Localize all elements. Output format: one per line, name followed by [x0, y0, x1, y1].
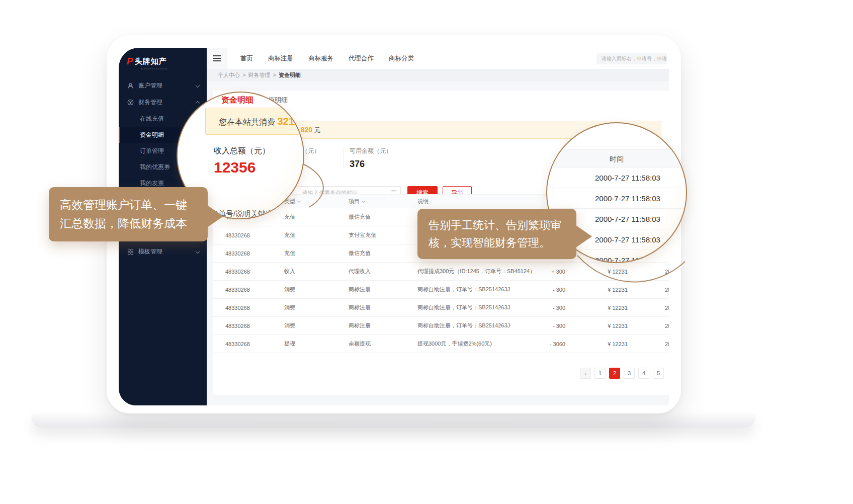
- nav-item-home[interactable]: 首页: [240, 54, 253, 63]
- brand-logo-icon: P: [127, 56, 133, 67]
- sidebar-subitem-label: 资金明细: [140, 131, 164, 139]
- page: P 头牌知产 账户管理 财务管理 在线充值 资金明细 订单管理 我的优惠券: [0, 0, 853, 504]
- stat-value: 376: [350, 159, 392, 170]
- cell-time: 2000-7-27 11:58:03: [628, 305, 669, 311]
- col-desc: 说明: [417, 198, 538, 205]
- cell-project: 支付宝充值: [349, 231, 417, 239]
- table-row[interactable]: 48330268消费商标注册商标自助注册，订单号：SB2514263J- 300…: [213, 281, 669, 299]
- pagination: ‹ 1 2 3 4 5: [580, 368, 664, 379]
- search-input[interactable]: [596, 53, 667, 64]
- col-project[interactable]: 项目: [349, 198, 417, 205]
- sidebar-item-account[interactable]: 账户管理: [119, 77, 207, 94]
- pagination-page-2-active[interactable]: 2: [609, 368, 620, 379]
- sort-caret-icon: [362, 199, 365, 202]
- callout-right: 告别手工统计、告别繁琐审核，实现智能财务管理。: [417, 209, 576, 259]
- pagination-prev-icon[interactable]: ‹: [580, 368, 591, 379]
- sidebar-subitem-label: 订单管理: [140, 147, 164, 155]
- magnified-time-cell: 2000-7-27 11:58:03: [547, 167, 686, 188]
- magnified-time-column-header: 时间: [547, 149, 686, 167]
- breadcrumb-separator: >: [242, 72, 245, 78]
- stat-balance: 可用余额（元） 376: [350, 147, 392, 170]
- cell-order: 48330268: [225, 341, 284, 347]
- cell-amount: - 3060: [538, 341, 565, 347]
- table-row[interactable]: 48330268收入代理收入代理提成300元（ID:1245，订单号：SB451…: [213, 263, 669, 281]
- logo: P 头牌知产: [119, 48, 207, 67]
- breadcrumb-item[interactable]: 个人中心: [218, 71, 240, 79]
- cell-order: 48330268: [225, 323, 284, 329]
- cell-type: 消费: [284, 322, 349, 329]
- pagination-page-4[interactable]: 4: [638, 368, 649, 379]
- cell-amount: - 300: [538, 323, 565, 329]
- sidebar-item-template[interactable]: 模板管理: [119, 243, 207, 260]
- cell-order: 48330268: [225, 232, 284, 238]
- cell-order: 48330268: [225, 269, 284, 275]
- pagination-page-3[interactable]: 3: [624, 368, 635, 379]
- table-row[interactable]: 48330268消费商标注册商标自助注册，订单号：SB2514263J- 300…: [213, 317, 669, 335]
- cell-project: 微信充值: [349, 213, 417, 221]
- pagination-page-5[interactable]: 5: [653, 368, 664, 379]
- cell-project: 商标注册: [349, 304, 417, 311]
- table-row[interactable]: 48330268消费商标注册商标自助注册，订单号：SB2514263J- 300…: [213, 299, 669, 317]
- sidebar-subitem-label: 在线充值: [140, 115, 164, 123]
- cell-project: 余额提现: [349, 340, 417, 348]
- cell-amount: + 300: [538, 269, 565, 275]
- callout-left: 高效管理账户订单、一键汇总数据，降低财务成本: [49, 187, 208, 241]
- sidebar-item-finance[interactable]: 财务管理: [119, 94, 207, 111]
- pagination-page-1[interactable]: 1: [594, 368, 606, 379]
- sidebar-item-label: 模板管理: [138, 247, 162, 256]
- cell-project: 代理收入: [349, 268, 417, 275]
- cell-balance: ¥ 12231: [565, 287, 628, 293]
- user-icon: [127, 82, 134, 89]
- magnified-banner-prefix: 您在本站共消费: [219, 118, 277, 126]
- cell-time: 2000-7-27 11:58:03: [628, 323, 669, 329]
- sidebar-subitem-label: 我的发票: [140, 179, 164, 188]
- sidebar-item-label: 账户管理: [138, 81, 162, 90]
- stat-divider: [344, 148, 344, 169]
- table-row[interactable]: 48330268提现余额提现提现3000元，手续费2%(60元)- 3060¥ …: [213, 335, 669, 353]
- magnified-income-value: 12356: [214, 159, 255, 176]
- chevron-up-icon: [196, 101, 200, 105]
- cell-desc: 商标自助注册，订单号：SB2514263J: [417, 304, 538, 311]
- cell-time: 2000-7-27 11:58:03: [628, 269, 669, 275]
- magnified-tab-label: 资金明细: [221, 95, 253, 106]
- chevron-down-icon: [196, 249, 200, 254]
- cell-order: 48330268: [225, 250, 284, 257]
- nav-item-trademark-service[interactable]: 商标服务: [308, 54, 333, 63]
- nav-item-trademark-register[interactable]: 商标注册: [268, 54, 293, 63]
- cell-balance: ¥ 12231: [565, 305, 628, 311]
- cell-balance: ¥ 12231: [565, 323, 628, 329]
- breadcrumb: 个人中心 > 财务管理 > 资金明细: [207, 69, 669, 81]
- sidebar-item-label: 财务管理: [138, 98, 162, 107]
- cell-type: 消费: [284, 286, 349, 293]
- cell-desc: 提现3000元，手续费2%(60元): [417, 340, 538, 348]
- cell-type: 充值: [284, 231, 349, 239]
- magnified-income-label: 收入总额（元）: [214, 146, 270, 156]
- cell-type: 消费: [284, 304, 349, 311]
- top-navbar: 首页 商标注册 商标服务 代理合作 商标分类: [207, 48, 669, 69]
- cell-order: 48330268: [225, 305, 284, 311]
- callout-left-arrow: [207, 205, 223, 227]
- stat-label: 可用余额（元）: [350, 147, 392, 155]
- banner-unit: 元: [312, 126, 321, 134]
- cell-time: 2000-7-27 11:58:03: [628, 287, 669, 293]
- sort-caret-icon: [297, 199, 301, 202]
- cell-project: 商标注册: [349, 322, 417, 329]
- hamburger-menu-icon[interactable]: [207, 48, 227, 69]
- cell-desc: 代理提成300元（ID:1245，订单号：SB45124）: [417, 268, 538, 275]
- cell-type: 充值: [284, 213, 349, 221]
- finance-icon: [127, 99, 134, 106]
- cell-balance: ¥ 12231: [565, 341, 628, 347]
- nav-item-agent-cooperation[interactable]: 代理合作: [349, 54, 374, 63]
- cell-type: 充值: [284, 249, 349, 257]
- brand-tagline: [141, 68, 167, 69]
- breadcrumb-item[interactable]: 财务管理: [248, 71, 270, 79]
- brand-name: 头牌知产: [135, 57, 167, 66]
- cell-amount: - 300: [538, 305, 565, 311]
- sidebar-subitem-label: 我的优惠券: [140, 163, 170, 172]
- cell-time: 2000-7-27 11:58:03: [628, 341, 669, 347]
- cell-amount: - 300: [538, 287, 565, 293]
- breadcrumb-current: 资金明细: [279, 71, 301, 79]
- template-grid-icon: [127, 248, 134, 255]
- nav-item-trademark-category[interactable]: 商标分类: [389, 54, 414, 63]
- col-type[interactable]: 类型: [284, 198, 349, 205]
